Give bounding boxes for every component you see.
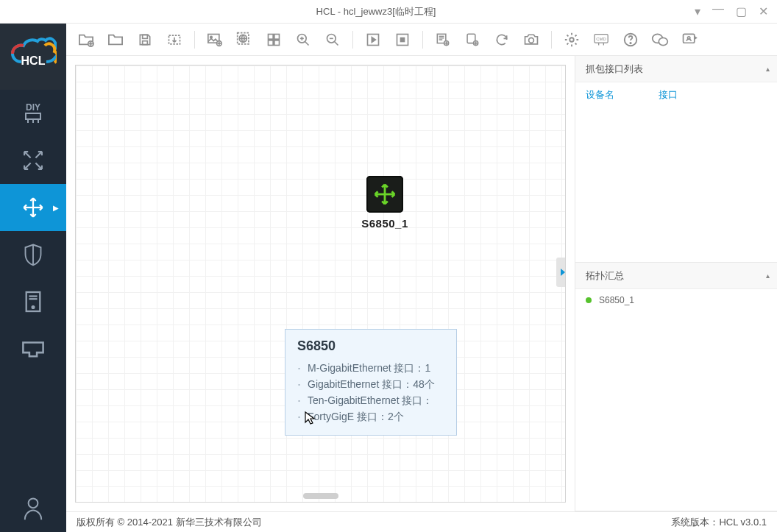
topology-node[interactable]: S6850_1: [352, 176, 418, 230]
svg-point-67: [659, 38, 667, 45]
topo-panel-header[interactable]: 拓扑汇总 ▴: [575, 263, 777, 289]
capture-panel-header[interactable]: 抓包接口列表 ▴: [575, 56, 777, 82]
gear-button[interactable]: [559, 27, 584, 52]
dock-server[interactable]: [0, 278, 66, 325]
svg-point-59: [570, 38, 574, 42]
image-add-button[interactable]: [202, 27, 227, 52]
stop-button[interactable]: [390, 27, 415, 52]
globe-button[interactable]: [232, 27, 257, 52]
svg-text:DIY: DIY: [26, 102, 40, 113]
canvas-wrap: S6850_1 S6850 M-GigabitEthernet 接口：1 Gig…: [66, 56, 575, 511]
switch-node-icon: [366, 176, 403, 213]
canvas[interactable]: S6850_1 S6850 M-GigabitEthernet 接口：1 Gig…: [75, 65, 566, 503]
status-copyright: 版权所有 © 2014-2021 新华三技术有限公司: [77, 516, 262, 529]
svg-rect-36: [274, 40, 280, 45]
svg-point-65: [630, 42, 631, 43]
toolbar: CMD: [66, 24, 777, 56]
statusbar: 版权所有 © 2014-2021 新华三技术有限公司 系统版本：HCL v3.0…: [66, 511, 777, 532]
camera-button[interactable]: [519, 27, 544, 52]
left-dock: HCL DIY ▶: [0, 24, 66, 532]
svg-rect-2: [26, 113, 40, 119]
right-panel: 抓包接口列表 ▴ 设备名 接口 拓扑汇总 ▴: [575, 56, 777, 511]
dock-switch[interactable]: ▶: [0, 184, 66, 231]
note-add-button[interactable]: [460, 27, 485, 52]
topo-item[interactable]: S6850_1: [586, 295, 767, 305]
feedback-button[interactable]: [677, 27, 702, 52]
save-button[interactable]: [132, 27, 157, 52]
export-button[interactable]: [162, 27, 187, 52]
svg-text:HCL: HCL: [21, 54, 46, 67]
titlebar: HCL - hcl_jewwz3[临时工程] ▾ — ▢ ✕: [0, 0, 777, 24]
open-button[interactable]: [103, 27, 128, 52]
dock-diy[interactable]: DIY: [0, 90, 66, 137]
capture-col-device[interactable]: 设备名: [586, 88, 614, 102]
collapse-up-icon[interactable]: ▴: [766, 272, 770, 280]
play-button[interactable]: [361, 27, 386, 52]
svg-rect-24: [143, 40, 148, 44]
wechat-button[interactable]: [648, 27, 673, 52]
chevron-right-icon: ▶: [53, 204, 59, 212]
device-tooltip: S6850 M-GigabitEthernet 接口：1 GigabitEthe…: [285, 329, 457, 436]
logo: HCL: [0, 24, 66, 90]
svg-point-13: [29, 498, 38, 508]
zoom-out-button[interactable]: [320, 27, 345, 52]
doc-add-button[interactable]: [430, 27, 455, 52]
help-button[interactable]: [618, 27, 643, 52]
new-project-button[interactable]: [74, 27, 99, 52]
close-icon[interactable]: ✕: [759, 4, 768, 18]
svg-line-42: [335, 41, 338, 45]
grid-button[interactable]: [261, 27, 286, 52]
topo-item-label: S6850_1: [599, 295, 634, 305]
tooltip-title: S6850: [297, 338, 444, 354]
svg-rect-34: [274, 34, 280, 39]
node-label: S6850_1: [352, 217, 418, 230]
panel-collapse-handle[interactable]: [556, 258, 566, 287]
tooltip-line: M-GigabitEthernet 接口：1: [297, 360, 444, 376]
minimize-icon[interactable]: —: [712, 2, 724, 16]
capture-col-port[interactable]: 接口: [659, 88, 678, 102]
tooltip-line: GigabitEthernet 接口：48个: [297, 376, 444, 392]
refresh-button[interactable]: [489, 27, 514, 52]
dock-security[interactable]: [0, 231, 66, 278]
tooltip-line: FortyGigE 接口：2个: [297, 408, 444, 425]
svg-point-58: [529, 38, 534, 43]
h-scrollbar[interactable]: [303, 493, 338, 499]
svg-rect-46: [401, 38, 405, 41]
dock-port[interactable]: [0, 325, 66, 372]
svg-text:CMD: CMD: [596, 36, 606, 40]
svg-point-10: [32, 306, 35, 308]
window-title: HCL - hcl_jewwz3[临时工程]: [66, 5, 686, 18]
cmd-button[interactable]: CMD: [589, 27, 614, 52]
zoom-in-button[interactable]: [291, 27, 316, 52]
dock-user[interactable]: [0, 485, 66, 532]
dropdown-icon[interactable]: ▾: [695, 4, 700, 18]
svg-rect-33: [269, 34, 274, 39]
tooltip-line: Ten-GigabitEthernet 接口：: [297, 392, 444, 408]
collapse-up-icon[interactable]: ▴: [766, 65, 770, 73]
svg-rect-23: [143, 35, 148, 38]
status-version: 系统版本：HCL v3.0.1: [671, 516, 767, 529]
status-dot-icon: [586, 297, 592, 303]
maximize-icon[interactable]: ▢: [736, 4, 747, 18]
svg-rect-35: [269, 40, 274, 45]
dock-layout[interactable]: [0, 137, 66, 184]
svg-line-38: [305, 41, 309, 45]
